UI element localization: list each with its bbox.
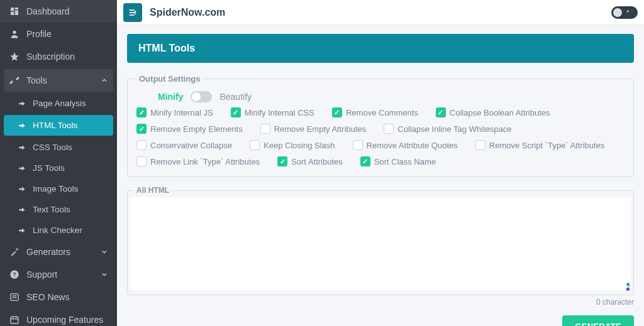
sidebar-item-label: HTML Tools [33,121,77,130]
sidebar: Dashboard Profile Subscription Tools Pag… [0,0,117,326]
character-count: 0 character [127,298,634,307]
checkbox-icon [475,140,486,150]
all-html-legend: All HTML [134,186,172,195]
option-collapse-boolean-attributes[interactable]: Collapse Boolean Attributes [436,107,550,117]
minify-beautify-switch[interactable] [191,91,212,102]
generate-button[interactable]: GENERATE [562,315,634,326]
news-icon [9,292,20,302]
checkbox-icon [136,124,147,134]
dark-mode-toggle[interactable]: ✦･ [611,6,638,19]
sidebar-item-label: Subscription [26,52,75,62]
all-html-fieldset: All HTML [127,186,634,295]
sidebar-item-label: Link Checker [33,225,82,235]
sidebar-item-profile[interactable]: Profile [0,23,117,45]
chevron-up-icon [101,77,108,84]
checkbox-icon [136,107,147,117]
sidebar-item-generators[interactable]: Generators [0,241,117,263]
option-minify-internal-css[interactable]: Minify Internal CSS [231,107,314,117]
option-label: Remove Attribute Quotes [367,141,458,150]
sidebar-item-label: Page Analysis [33,99,86,108]
sidebar-item-support[interactable]: ? Support [0,263,117,286]
html-input-textarea[interactable] [130,197,631,290]
wand-icon [9,247,20,257]
option-label: Minify Internal JS [150,108,213,117]
option-sort-class-name[interactable]: Sort Class Name [360,156,436,166]
sidebar-item-subscription[interactable]: Subscription [0,45,117,68]
sidebar-item-label: Dashboard [26,6,70,16]
svg-rect-2 [15,11,18,15]
checkbox-icon [260,124,270,134]
star-icon [9,52,20,62]
option-label: Sort Attributes [291,157,343,166]
option-label: Keep Closing Slash [264,141,335,150]
option-label: Conservative Collapse [150,141,232,150]
sidebar-item-tools[interactable]: Tools [4,69,113,92]
sidebar-subitem-text-tools[interactable]: Text Tools [0,199,117,220]
option-label: Remove Link `Type` Attributes [150,157,260,166]
sidebar-subitem-html-tools[interactable]: HTML Tools [4,115,113,136]
sidebar-subitem-css-tools[interactable]: CSS Tools [0,137,117,158]
svg-rect-3 [11,12,14,15]
arrow-right-icon [18,99,26,108]
option-remove-script-type[interactable]: Remove Script `Type` Attributes [475,140,605,150]
option-keep-closing-slash[interactable]: Keep Closing Slash [250,140,335,150]
option-label: Collapse Inline Tag Whitespace [397,124,511,134]
sidebar-subitem-js-tools[interactable]: JS Tools [0,158,117,178]
arrow-right-icon [18,185,26,193]
sidebar-item-label: Text Tools [33,205,70,214]
sidebar-item-label: Profile [26,29,52,39]
profile-icon [9,29,20,39]
svg-rect-0 [11,8,14,11]
output-settings-fieldset: Output Settings Minify Beautify Minify I… [127,74,634,177]
option-remove-link-type[interactable]: Remove Link `Type` Attributes [136,156,260,166]
resize-handle-icon[interactable] [626,283,630,291]
calendar-icon [9,315,20,325]
help-icon: ? [9,269,20,280]
actions-row: GENERATE [127,315,634,326]
checkbox-icon [360,156,370,166]
option-collapse-inline-tag-whitespace[interactable]: Collapse Inline Tag Whitespace [384,124,511,134]
option-remove-empty-elements[interactable]: Remove Empty Elements [136,124,243,134]
option-minify-internal-js[interactable]: Minify Internal JS [136,107,213,117]
option-label: Remove Empty Attributes [274,124,367,134]
arrow-right-icon [18,121,26,130]
topbar: SpiderNow.com ✦･ [117,0,644,25]
toggle-sidebar-button[interactable] [123,3,142,22]
minify-beautify-toggle-row: Minify Beautify [136,91,625,102]
option-label: Remove Script `Type` Attributes [489,141,605,150]
toggle-label-minify: Minify [158,92,183,102]
arrow-right-icon [18,143,26,152]
sidebar-item-label: Tools [26,75,47,85]
option-remove-comments[interactable]: Remove Comments [332,107,418,117]
checkbox-icon [231,107,241,117]
arrow-right-icon [18,226,26,235]
svg-point-4 [13,31,16,34]
tools-icon [9,75,20,85]
sidebar-item-label: CSS Tools [33,143,72,152]
dashboard-icon [9,6,20,16]
option-label: Minify Internal CSS [245,108,314,117]
checkbox-icon [250,140,260,150]
option-label: Remove Comments [346,108,418,117]
options-grid: Minify Internal JS Minify Internal CSS R… [136,107,625,166]
svg-text:?: ? [13,271,16,278]
sidebar-subitem-link-checker[interactable]: Link Checker [0,220,117,241]
option-sort-attributes[interactable]: Sort Attributes [277,156,343,166]
sidebar-subitem-image-tools[interactable]: Image Tools [0,178,117,199]
checkbox-icon [384,124,394,134]
chevron-down-icon [101,271,108,278]
brand-title: SpiderNow.com [150,7,225,18]
sidebar-item-label: JS Tools [33,163,65,173]
chevron-down-icon [101,248,108,256]
option-remove-empty-attributes[interactable]: Remove Empty Attributes [260,124,367,134]
content: HTML Tools Output Settings Minify Beauti… [117,25,644,326]
option-label: Sort Class Name [374,157,436,166]
sidebar-item-seo-news[interactable]: SEO News [0,286,117,308]
sidebar-item-dashboard[interactable]: Dashboard [0,0,117,23]
option-remove-attribute-quotes[interactable]: Remove Attribute Quotes [353,140,458,150]
checkbox-icon [136,140,147,150]
sidebar-subitem-page-analysis[interactable]: Page Analysis [0,93,117,114]
sidebar-item-upcoming[interactable]: Upcoming Features [0,308,117,326]
option-conservative-collapse[interactable]: Conservative Collapse [136,140,232,150]
arrow-right-icon [18,205,26,214]
